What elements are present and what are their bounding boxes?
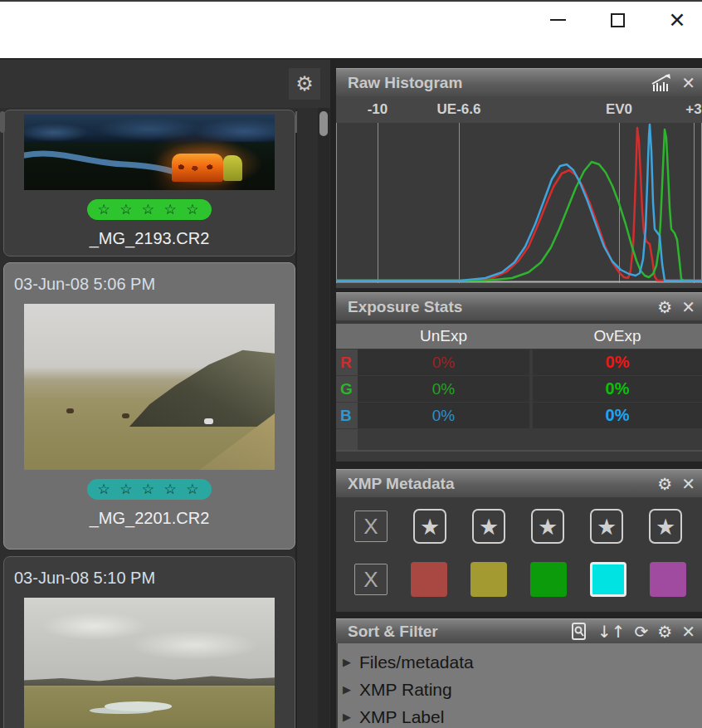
scrollbar-thumb[interactable] [295, 111, 297, 133]
filter-group-label: XMP Label [359, 707, 444, 727]
gear-icon[interactable]: ⚙ [657, 623, 672, 640]
file-name: _MG_2193.CR2 [4, 229, 295, 248]
close-panel-icon[interactable]: ✕ [681, 623, 695, 640]
close-icon: ✕ [669, 11, 686, 29]
photo-card[interactable]: ☆ ☆ ☆ ☆ ☆ _MG_2193.CR2 [3, 110, 295, 257]
collapsed-triangle-icon: ▶ [343, 711, 351, 723]
collapsed-triangle-icon: ▶ [343, 683, 351, 696]
minimize-button[interactable] [548, 11, 567, 29]
close-panel-icon[interactable]: ✕ [681, 75, 695, 91]
scrollbar-thumb[interactable] [0, 111, 5, 133]
label-swatch-red[interactable] [411, 562, 447, 597]
raw-histogram-header: Raw Histogram ✕ [336, 68, 702, 96]
filter-group-xmp-rating[interactable]: ▶ XMP Rating [338, 676, 702, 703]
histogram-footer [336, 283, 702, 288]
xmp-metadata-panel: XMP Metadata ⚙ ✕ X ★ ★ ★ ★ ★ [336, 469, 702, 612]
histogram-plot [336, 123, 702, 283]
filter-group-label: Files/metadata [359, 652, 474, 672]
search-file-icon[interactable] [571, 622, 588, 642]
filmstrip-list: ☆ ☆ ☆ ☆ ☆ _MG_2193.CR2 03-Jun-08 5:06 PM… [0, 108, 330, 728]
filmstrip-header: ⚙ [0, 60, 330, 108]
maximize-button[interactable] [608, 11, 626, 29]
xmp-label-row: X [336, 562, 702, 597]
axis-tick-label: -10 [368, 101, 388, 118]
thumb-horse-white [204, 418, 213, 424]
close-panel-icon[interactable]: ✕ [681, 299, 695, 315]
panel-title: Raw Histogram [348, 74, 650, 92]
rating-pill[interactable]: ☆ ☆ ☆ ☆ ☆ [87, 199, 212, 220]
minimize-icon [550, 19, 566, 21]
exposure-stats-header: Exposure Stats ⚙ ✕ [336, 292, 702, 320]
star-icon: ★ [538, 514, 558, 540]
histogram-icon[interactable] [650, 73, 672, 93]
filmstrip-inner-scrollbar[interactable] [295, 110, 297, 728]
rating-star-button-3[interactable]: ★ [531, 509, 564, 544]
star-icon: ★ [597, 514, 617, 540]
filter-group-xmp-label[interactable]: ▶ XMP Label [338, 703, 702, 728]
label-swatch-cyan[interactable] [590, 562, 626, 597]
clear-label-button[interactable]: X [354, 564, 388, 595]
thumb-rocks [129, 347, 275, 427]
close-window-button[interactable]: ✕ [668, 11, 686, 29]
exposure-divider [336, 450, 702, 452]
gear-icon[interactable]: ⚙ [657, 476, 672, 492]
panel-title: Exposure Stats [348, 298, 657, 316]
rating-star-button-2[interactable]: ★ [472, 509, 505, 544]
scrollbar-thumb[interactable] [319, 111, 328, 136]
filmstrip-left-scrollbar[interactable] [0, 110, 5, 728]
sort-direction-icon[interactable]: ↓↑ [597, 623, 626, 640]
label-swatch-purple[interactable] [650, 562, 686, 597]
capture-timestamp: 03-Jun-08 5:06 PM [4, 263, 295, 294]
rating-star-button-5[interactable]: ★ [649, 509, 682, 544]
filmstrip-scrollbar[interactable] [318, 108, 329, 728]
thumbnail-image[interactable] [24, 304, 275, 470]
ovexp-value: 0% [533, 403, 702, 428]
unexp-value: 0% [358, 403, 529, 428]
gear-icon[interactable]: ⚙ [657, 299, 672, 315]
rating-star-button-4[interactable]: ★ [590, 509, 623, 544]
histogram-axis-bar: -10 UE-6.6 EV0 +3 [336, 96, 702, 123]
panel-title: XMP Metadata [348, 475, 657, 493]
close-panel-icon[interactable]: ✕ [681, 476, 695, 492]
rating-pill[interactable]: ☆ ☆ ☆ ☆ ☆ [87, 479, 212, 500]
panel-title: Sort & Filter [348, 623, 571, 641]
thumb-ridge [24, 672, 275, 686]
filmstrip-settings-button[interactable]: ⚙ [289, 68, 320, 100]
clear-rating-button[interactable]: X [354, 511, 388, 542]
sort-filter-header: Sort & Filter ↓↑ ⟳ ⚙ ✕ [336, 618, 702, 643]
axis-tick-label: EV0 [606, 101, 632, 118]
exposure-row-blue: B 0% 0% [336, 403, 702, 428]
exposure-footer [336, 429, 702, 450]
rating-star-button-1[interactable]: ★ [413, 509, 446, 544]
filter-group-files-metadata[interactable]: ▶ Files/metadata [338, 648, 702, 676]
star-icon: ★ [420, 514, 440, 540]
photo-card[interactable]: 03-Jun-08 5:10 PM [3, 556, 295, 728]
thumbnail-image[interactable] [24, 115, 275, 190]
refresh-icon[interactable]: ⟳ [635, 623, 649, 640]
label-swatch-yellow[interactable] [470, 562, 507, 597]
ovexp-value: 0% [533, 349, 702, 375]
unexp-value: 0% [358, 376, 529, 402]
channel-label: B [336, 403, 358, 428]
xmp-rating-row: X ★ ★ ★ ★ ★ [336, 508, 702, 545]
panel-divider[interactable] [330, 60, 336, 728]
column-header-ovexp: OvExp [533, 324, 702, 349]
app-main: ⚙ ☆ ☆ ☆ ☆ ☆ _MG_2193.CR2 [0, 60, 702, 728]
sort-filter-panel: Sort & Filter ↓↑ ⟳ ⚙ ✕ ▶ Files/metadat [336, 618, 702, 728]
unexp-value: 0% [358, 349, 529, 375]
window-controls: ✕ [548, 10, 686, 30]
star-icon: ★ [479, 514, 499, 540]
photo-card-selected[interactable]: 03-Jun-08 5:06 PM ☆ ☆ ☆ ☆ ☆ _MG_2201.CR2 [3, 262, 295, 550]
raw-histogram-panel: Raw Histogram ✕ -10 UE-6.6 [336, 68, 702, 288]
thumbnail-image[interactable] [24, 598, 275, 728]
exposure-row-red: R 0% 0% [336, 349, 702, 375]
filmstrip-panel: ⚙ ☆ ☆ ☆ ☆ ☆ _MG_2193.CR2 [0, 60, 330, 728]
right-panel-column: Raw Histogram ✕ -10 UE-6.6 [336, 60, 702, 728]
thumb-horse [122, 413, 129, 418]
histogram-curves [336, 123, 702, 283]
label-swatch-green[interactable] [530, 562, 567, 597]
capture-timestamp: 03-Jun-08 5:10 PM [4, 557, 295, 588]
xmp-metadata-header: XMP Metadata ⚙ ✕ [336, 469, 702, 497]
exposure-stats-panel: Exposure Stats ⚙ ✕ UnExp OvExp R 0% 0% G [336, 292, 702, 462]
file-name: _MG_2201.CR2 [4, 509, 295, 528]
